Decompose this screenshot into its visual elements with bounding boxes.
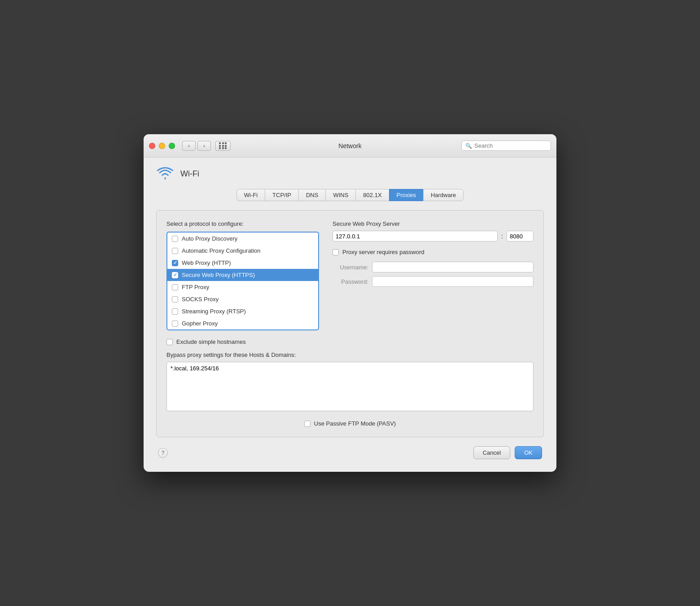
- main-window: ‹ › Network 🔍 Wi-Fi: [144, 134, 556, 472]
- proto-web-http-checkbox[interactable]: ✓: [172, 260, 178, 266]
- bypass-label: Bypass proxy settings for these Hosts & …: [166, 351, 534, 358]
- selected-checkmark-icon: ✓: [173, 272, 177, 278]
- proto-gopher-label: Gopher Proxy: [182, 320, 218, 327]
- bypass-textarea[interactable]: *.local, 169.254/16: [166, 362, 534, 411]
- password-required-checkbox[interactable]: [332, 249, 339, 255]
- username-input[interactable]: [372, 262, 534, 272]
- exclude-checkbox[interactable]: [166, 339, 173, 345]
- ok-button[interactable]: OK: [515, 446, 542, 459]
- proto-ftp-label: FTP Proxy: [182, 284, 209, 290]
- proto-streaming-label: Streaming Proxy (RTSP): [182, 308, 246, 315]
- search-input[interactable]: [474, 142, 547, 149]
- pasv-label: Use Passive FTP Mode (PASV): [314, 420, 396, 427]
- proto-secure-https-checkbox[interactable]: ✓: [172, 272, 178, 278]
- minimize-button[interactable]: [159, 143, 165, 149]
- wifi-header: Wi-Fi: [156, 167, 544, 181]
- tab-8021x[interactable]: 802.1X: [355, 189, 389, 201]
- checkmark-icon: ✓: [173, 260, 177, 266]
- password-input[interactable]: [372, 276, 534, 287]
- pasv-checkbox[interactable]: [304, 421, 311, 427]
- proto-web-http-label: Web Proxy (HTTP): [182, 259, 231, 266]
- search-icon: 🔍: [465, 143, 472, 149]
- proto-streaming-checkbox[interactable]: [172, 308, 178, 315]
- nav-buttons: ‹ ›: [182, 141, 231, 151]
- colon-separator: :: [501, 233, 503, 240]
- exclude-label: Exclude simple hostnames: [176, 338, 246, 345]
- tab-wifi[interactable]: Wi-Fi: [236, 189, 265, 201]
- proto-auto-config-checkbox[interactable]: [172, 248, 178, 254]
- close-button[interactable]: [149, 143, 155, 149]
- proto-auto-config-label: Automatic Proxy Configuration: [182, 247, 261, 254]
- traffic-lights: [149, 143, 175, 149]
- proto-ftp-checkbox[interactable]: [172, 284, 178, 290]
- server-host-input[interactable]: [332, 231, 498, 242]
- tab-tcpip[interactable]: TCP/IP: [265, 189, 298, 201]
- forward-button[interactable]: ›: [197, 141, 211, 151]
- proto-socks-label: SOCKS Proxy: [182, 296, 219, 303]
- tab-proxies[interactable]: Proxies: [389, 189, 423, 201]
- titlebar: ‹ › Network 🔍: [144, 134, 556, 158]
- action-buttons: Cancel OK: [473, 446, 542, 459]
- proxy-server-label: Secure Web Proxy Server: [332, 220, 534, 227]
- server-port-input[interactable]: [507, 231, 534, 242]
- exclude-row: Exclude simple hostnames: [166, 338, 534, 345]
- proto-auto-discovery[interactable]: Auto Proxy Discovery: [167, 233, 318, 245]
- username-row: Username:: [332, 262, 534, 272]
- proto-secure-https[interactable]: ✓ Secure Web Proxy (HTTPS): [167, 269, 318, 281]
- window-title: Network: [338, 142, 361, 149]
- settings-panel: Select a protocol to configure: Auto Pro…: [156, 210, 544, 437]
- footer: ? Cancel OK: [156, 446, 544, 459]
- proto-gopher-checkbox[interactable]: [172, 321, 178, 327]
- tab-wins[interactable]: WINS: [325, 189, 355, 201]
- proto-gopher[interactable]: Gopher Proxy: [167, 317, 318, 329]
- proto-streaming[interactable]: Streaming Proxy (RTSP): [167, 305, 318, 317]
- grid-button[interactable]: [215, 141, 231, 151]
- panel-inner: Select a protocol to configure: Auto Pro…: [166, 220, 534, 330]
- wifi-label: Wi-Fi: [180, 169, 199, 179]
- pasv-row: Use Passive FTP Mode (PASV): [166, 420, 534, 427]
- password-required-row: Proxy server requires password: [332, 249, 534, 255]
- search-box[interactable]: 🔍: [461, 141, 551, 151]
- help-button[interactable]: ?: [158, 448, 168, 458]
- proto-auto-config[interactable]: Automatic Proxy Configuration: [167, 245, 318, 257]
- back-button[interactable]: ‹: [182, 141, 196, 151]
- username-label: Username:: [332, 264, 368, 271]
- bottom-section: Exclude simple hostnames Bypass proxy se…: [166, 338, 534, 413]
- tab-dns[interactable]: DNS: [298, 189, 325, 201]
- protocol-section-label: Select a protocol to configure:: [166, 220, 319, 227]
- left-column: Select a protocol to configure: Auto Pro…: [166, 220, 319, 330]
- proto-socks-checkbox[interactable]: [172, 296, 178, 303]
- proto-web-http[interactable]: ✓ Web Proxy (HTTP): [167, 257, 318, 269]
- proto-auto-discovery-label: Auto Proxy Discovery: [182, 235, 237, 242]
- grid-icon: [219, 142, 227, 149]
- password-row-field: Password:: [332, 276, 534, 287]
- proto-auto-discovery-checkbox[interactable]: [172, 236, 178, 242]
- password-label: Password:: [332, 278, 368, 285]
- content-area: Wi-Fi Wi-Fi TCP/IP DNS WINS 802.1X Proxi…: [144, 158, 556, 472]
- maximize-button[interactable]: [169, 143, 175, 149]
- tab-hardware[interactable]: Hardware: [423, 189, 464, 201]
- cancel-button[interactable]: Cancel: [473, 446, 510, 459]
- proto-ftp[interactable]: FTP Proxy: [167, 281, 318, 293]
- password-required-label: Proxy server requires password: [342, 249, 424, 255]
- protocol-list: Auto Proxy Discovery Automatic Proxy Con…: [166, 232, 319, 330]
- tabs-bar: Wi-Fi TCP/IP DNS WINS 802.1X Proxies Har…: [156, 189, 544, 201]
- proto-secure-https-label: Secure Web Proxy (HTTPS): [182, 272, 255, 278]
- proxy-server-section: Secure Web Proxy Server :: [332, 220, 534, 242]
- right-column: Secure Web Proxy Server : Proxy server r…: [332, 220, 534, 330]
- server-row: :: [332, 231, 534, 242]
- wifi-icon: [156, 167, 174, 181]
- proto-socks[interactable]: SOCKS Proxy: [167, 293, 318, 305]
